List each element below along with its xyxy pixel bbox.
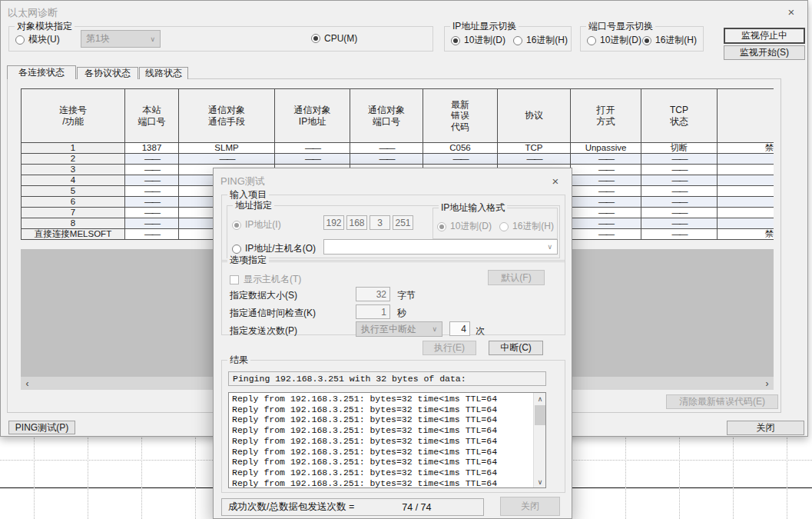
table-cell: —— [275,154,350,165]
grid-line [733,437,734,519]
grid-line [34,437,35,519]
send-count-field[interactable]: 4 [449,321,470,336]
table-cell: —— [125,186,179,197]
column-header: 打开 方式 [571,89,641,143]
timeout-field[interactable]: 1 [356,304,390,319]
ip-display-group: IP地址显示切换 10进制(D) 16进制(H) [444,26,572,52]
scroll-right-icon[interactable]: › [761,377,774,390]
table-cell: 禁 [718,143,774,154]
scroll-down-icon[interactable]: ∨ [534,476,546,487]
table-cell: 切断 [641,143,718,154]
tab-protocol-status[interactable]: 各协议状态 [77,67,138,79]
send-count-label: 指定发送次数(P) [230,324,297,338]
format-decimal-radio[interactable]: 10进制(D) [437,220,492,233]
vertical-scrollbar[interactable]: ∧ ∨ [533,393,545,487]
data-size-field[interactable]: 32 [356,287,390,301]
table-cell: —— [571,154,641,165]
ping-test-button[interactable]: PING测试(P) [8,421,75,434]
column-header: TCP 状态 [641,89,718,143]
connection-table-head-row: 连接号 /功能本站 端口号通信对象 通信手段通信对象 IP地址通信对象 端口号最… [22,89,774,143]
table-cell: —— [275,143,350,154]
port-hex-radio[interactable]: 16进制(H) [642,34,697,47]
table-cell: —— [571,165,641,175]
cpu-radio[interactable]: CPU(M) [311,33,357,44]
close-icon[interactable]: × [780,4,803,19]
table-cell: —— [641,175,718,186]
table-cell: SLMP [179,143,275,154]
radio-icon [451,36,460,45]
ping-reply-line: Reply from 192.168.3.251: bytes=32 time<… [232,447,532,457]
ip-octet-3-field[interactable]: 3 [370,215,390,230]
ip-octet-1-field[interactable]: 192 [323,215,344,230]
table-cell: —— [641,197,718,208]
table-cell: 2 [22,154,125,165]
format-hex-radio[interactable]: 16进制(H) [499,220,554,233]
chevron-down-icon: ∨ [547,243,552,251]
ip-input-format-group: IP地址输入格式 10进制(D) 16进制(H) [433,208,558,239]
window-title: 以太网诊断 [8,6,58,20]
send-mode-select[interactable]: 执行至中断处 ∨ [356,321,442,337]
default-button[interactable]: 默认(F) [488,270,545,285]
table-cell: —— [125,175,179,186]
table-cell: 7 [22,208,125,218]
host-name-combo[interactable]: ∨ [323,239,558,255]
ping-reply-line: Reply from 192.168.3.251: bytes=32 time<… [232,394,532,404]
clear-latest-error-button[interactable]: 清除最新错误代码(E) [666,394,778,409]
ping-reply-line: Reply from 192.168.3.251: bytes=32 time<… [232,404,532,415]
table-cell: —— [125,197,179,208]
ip-octet-2-field[interactable]: 168 [346,215,367,230]
summary-value: 74 / 74 [402,502,431,513]
group-label: 输入项目 [227,189,269,201]
group-label: 选项指定 [227,255,269,266]
scrollbar-thumb[interactable] [535,405,545,425]
ping-test-dialog: PING测试 × 输入项目 地址指定 IP地址(I) 192 168 3 251… [213,168,572,519]
execute-button[interactable]: 执行(E) [423,341,476,355]
scroll-left-icon[interactable]: ‹ [21,377,34,390]
ping-result-listbox[interactable]: Reply from 192.168.3.251: bytes=32 time<… [228,392,546,488]
grid-line [195,437,196,519]
ping-reply-line: Reply from 192.168.3.251: bytes=32 time<… [232,478,532,487]
table-cell: 4 [22,175,125,186]
ping-reply-line: Reply from 192.168.3.251: bytes=32 time<… [232,425,532,436]
column-header: 通信对象 通信手段 [179,89,275,143]
table-cell: —— [571,186,641,197]
ping-reply-list: Reply from 192.168.3.251: bytes=32 time<… [232,394,532,487]
column-header: 通信对象 IP地址 [275,89,350,143]
timeout-label: 指定通信时间检查(K) [230,307,316,320]
table-cell: 6 [22,197,125,208]
table-row: 2———————————————— [22,154,774,165]
table-cell: —— [350,154,423,165]
table-cell: —— [498,154,571,165]
column-header [718,89,774,143]
table-cell: —— [423,154,498,165]
ip-octet-4-field[interactable]: 251 [393,215,413,230]
dialog-close-button[interactable]: 关闭 [500,497,560,516]
close-icon[interactable]: × [544,173,567,188]
table-cell: —— [125,208,179,218]
ip-decimal-radio[interactable]: 10进制(D) [451,34,505,47]
abort-button[interactable]: 中断(C) [489,341,543,355]
main-close-button[interactable]: 关闭 [727,421,804,435]
module-radio[interactable]: 模块(U) [15,33,60,46]
host-name-radio[interactable]: IP地址/主机名(O) [232,242,316,255]
table-cell [718,165,774,175]
group-label: 对象模块指定 [15,21,75,32]
tab-line-status[interactable]: 线路状态 [139,67,188,79]
tab-connection-status[interactable]: 各连接状态 [7,65,76,79]
table-cell: —— [125,229,179,240]
scroll-up-icon[interactable]: ∧ [534,393,546,404]
module-number-select[interactable]: 第1块 ∨ [81,30,161,48]
monitor-start-button[interactable]: 监视开始(S) [724,45,805,60]
column-header: 最新 错误 代码 [423,89,498,143]
ip-address-radio[interactable]: IP地址(I) [232,218,281,231]
result-group: 结果 Pinging 192.168.3.251 with 32 bytes o… [221,360,565,493]
ip-hex-radio[interactable]: 16进制(H) [513,34,568,47]
port-display-group: 端口号显示切换 10进制(D) 16进制(H) [580,26,704,52]
table-cell [718,175,774,186]
grid-line [141,437,142,519]
table-cell: —— [179,154,275,165]
show-hostname-checkbox[interactable]: 显示主机名(T) [230,273,301,286]
monitor-stop-button[interactable]: 监视停止中 [724,28,805,44]
table-cell: —— [350,143,423,154]
port-decimal-radio[interactable]: 10进制(D) [587,34,641,47]
